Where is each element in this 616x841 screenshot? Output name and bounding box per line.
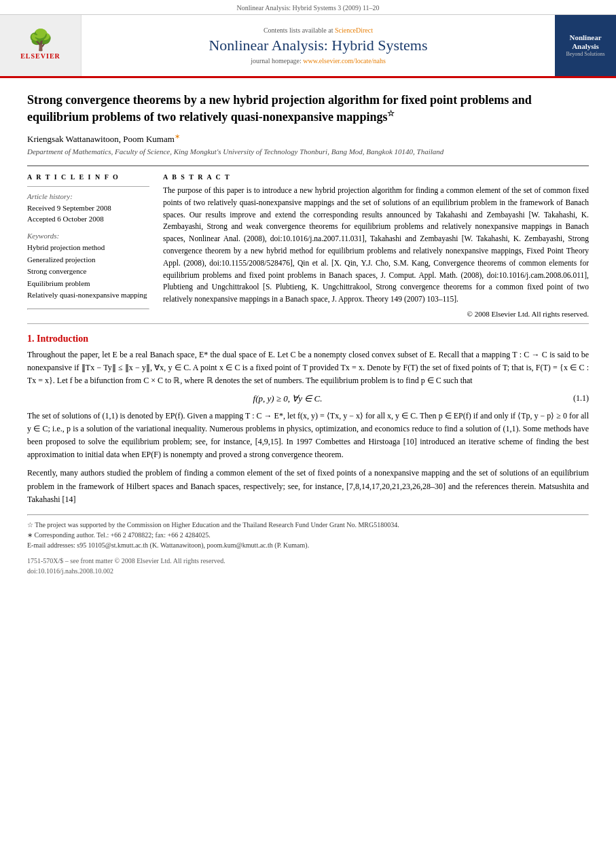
keywords-group: Keywords: Hybrid projection method Gener… bbox=[27, 232, 149, 302]
col-left-bottom-divider bbox=[27, 308, 149, 310]
sciencedirect-line: Contents lists available at ScienceDirec… bbox=[264, 26, 373, 34]
footnote-corresponding: ∗ Corresponding author. Tel.: +66 2 4708… bbox=[27, 530, 589, 540]
main-content: Strong convergence theorems by a new hyb… bbox=[0, 78, 616, 583]
section1-para1: Throughout the paper, let E be a real Ba… bbox=[27, 348, 589, 388]
sciencedirect-link[interactable]: ScienceDirect bbox=[335, 26, 373, 34]
section1-heading: 1. Introduction bbox=[27, 334, 589, 344]
journal-header-center: Contents lists available at ScienceDirec… bbox=[81, 15, 555, 76]
doi-line: doi:10.1016/j.nahs.2008.10.002 bbox=[27, 566, 589, 576]
issn-line: 1751-570X/$ – see front matter © 2008 El… bbox=[27, 556, 589, 566]
footnote-star: ☆ The project was supported by the Commi… bbox=[27, 520, 589, 530]
topbar: Nonlinear Analysis: Hybrid Systems 3 (20… bbox=[0, 0, 616, 15]
homepage-link[interactable]: www.elsevier.com/locate/nahs bbox=[303, 57, 386, 65]
elsevier-logo-section: 🌳 ELSEVIER bbox=[0, 15, 81, 76]
section1-para3: Recently, many authors studied the probl… bbox=[27, 467, 589, 506]
keyword-2: Generalized projection bbox=[27, 254, 149, 266]
info-divider bbox=[27, 186, 149, 187]
authors: Kriengsak Wattanawitoon, Poom Kumam∗ bbox=[27, 132, 589, 145]
article-history: Article history: Received 9 September 20… bbox=[27, 192, 149, 225]
keywords-list: Hybrid projection method Generalized pro… bbox=[27, 242, 149, 302]
received-date: Received 9 September 2008 bbox=[27, 202, 149, 214]
article-info-label: A R T I C L E I N F O bbox=[27, 173, 149, 181]
journal-title: Nonlinear Analysis: Hybrid Systems bbox=[209, 37, 427, 54]
keyword-5: Relatively quasi-nonexpansive mapping bbox=[27, 289, 149, 302]
footnote-divider bbox=[27, 514, 589, 516]
badge-sub: Beyond Solutions bbox=[566, 51, 604, 58]
article-title: Strong convergence theorems by a new hyb… bbox=[27, 92, 589, 126]
bottom-bar: 1751-570X/$ – see front matter © 2008 El… bbox=[27, 556, 589, 576]
section1-para2: The set of solutions of (1,1) is denoted… bbox=[27, 410, 589, 462]
two-col-layout: A R T I C L E I N F O Article history: R… bbox=[27, 173, 589, 318]
history-label: Article history: bbox=[27, 192, 149, 200]
accepted-date: Accepted 6 October 2008 bbox=[27, 213, 149, 225]
badge-title: NonlinearAnalysis bbox=[566, 33, 604, 51]
elsevier-brand: ELSEVIER bbox=[20, 52, 60, 60]
topbar-text: Nonlinear Analysis: Hybrid Systems 3 (20… bbox=[236, 4, 379, 12]
journal-badge-section: NonlinearAnalysis Beyond Solutions bbox=[555, 15, 616, 76]
elsevier-logo: 🌳 ELSEVIER bbox=[20, 30, 60, 61]
journal-header: 🌳 ELSEVIER Contents lists available at S… bbox=[0, 15, 616, 78]
keywords-label: Keywords: bbox=[27, 232, 149, 240]
page: Nonlinear Analysis: Hybrid Systems 3 (20… bbox=[0, 0, 616, 841]
tree-icon: 🌳 bbox=[20, 30, 60, 50]
abstract-label: A B S T R A C T bbox=[163, 173, 589, 181]
keyword-4: Equilibrium problem bbox=[27, 278, 149, 290]
journal-homepage: journal homepage: www.elsevier.com/locat… bbox=[251, 57, 386, 65]
section-divider bbox=[27, 323, 589, 324]
equation-1: f(p, y) ≥ 0, ∀y ∈ C. (1.1) bbox=[27, 393, 589, 404]
abstract-column: A B S T R A C T The purpose of this pape… bbox=[163, 173, 589, 318]
copyright: © 2008 Elsevier Ltd. All rights reserved… bbox=[163, 310, 589, 318]
keyword-3: Strong convergence bbox=[27, 266, 149, 278]
journal-badge: NonlinearAnalysis Beyond Solutions bbox=[566, 33, 604, 58]
equation-number: (1.1) bbox=[548, 393, 589, 404]
abstract-text: The purpose of this paper is to introduc… bbox=[163, 185, 589, 306]
article-info-column: A R T I C L E I N F O Article history: R… bbox=[27, 173, 149, 318]
equation-content: f(p, y) ≥ 0, ∀y ∈ C. bbox=[27, 393, 548, 404]
affiliation: Department of Mathematics, Faculty of Sc… bbox=[27, 147, 589, 156]
main-divider bbox=[27, 165, 589, 166]
footnote-email: E-mail addresses: s95 10105@st.kmutt.ac.… bbox=[27, 540, 589, 550]
keyword-1: Hybrid projection method bbox=[27, 242, 149, 254]
